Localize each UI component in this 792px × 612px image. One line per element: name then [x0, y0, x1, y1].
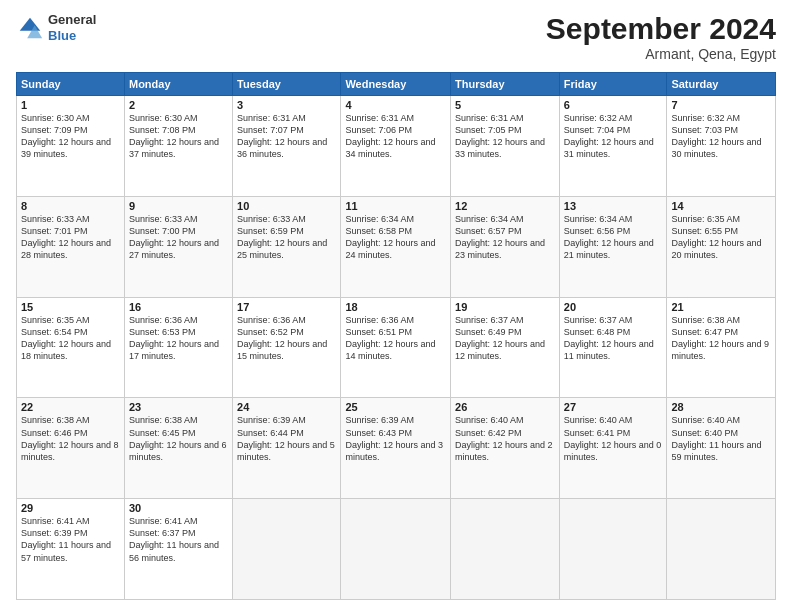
- svg-marker-0: [20, 17, 41, 30]
- day-number: 4: [345, 99, 446, 111]
- day-number: 13: [564, 200, 663, 212]
- calendar-cell: [341, 499, 451, 600]
- calendar-cell: 8Sunrise: 6:33 AMSunset: 7:01 PMDaylight…: [17, 196, 125, 297]
- calendar-cell: 23Sunrise: 6:38 AMSunset: 6:45 PMDayligh…: [124, 398, 232, 499]
- day-number: 22: [21, 401, 120, 413]
- week-row-3: 15Sunrise: 6:35 AMSunset: 6:54 PMDayligh…: [17, 297, 776, 398]
- day-number: 2: [129, 99, 228, 111]
- day-info: Sunrise: 6:34 AMSunset: 6:57 PMDaylight:…: [455, 214, 545, 260]
- day-info: Sunrise: 6:33 AMSunset: 7:00 PMDaylight:…: [129, 214, 219, 260]
- day-number: 20: [564, 301, 663, 313]
- calendar-cell: 22Sunrise: 6:38 AMSunset: 6:46 PMDayligh…: [17, 398, 125, 499]
- day-info: Sunrise: 6:38 AMSunset: 6:47 PMDaylight:…: [671, 315, 769, 361]
- day-info: Sunrise: 6:36 AMSunset: 6:51 PMDaylight:…: [345, 315, 435, 361]
- day-number: 23: [129, 401, 228, 413]
- day-number: 28: [671, 401, 771, 413]
- day-info: Sunrise: 6:40 AMSunset: 6:40 PMDaylight:…: [671, 415, 761, 461]
- calendar-cell: 19Sunrise: 6:37 AMSunset: 6:49 PMDayligh…: [451, 297, 560, 398]
- calendar-cell: 10Sunrise: 6:33 AMSunset: 6:59 PMDayligh…: [233, 196, 341, 297]
- day-number: 25: [345, 401, 446, 413]
- day-number: 10: [237, 200, 336, 212]
- weekday-header-tuesday: Tuesday: [233, 73, 341, 96]
- day-number: 8: [21, 200, 120, 212]
- calendar-cell: [667, 499, 776, 600]
- calendar-cell: 6Sunrise: 6:32 AMSunset: 7:04 PMDaylight…: [559, 96, 667, 197]
- calendar-cell: 30Sunrise: 6:41 AMSunset: 6:37 PMDayligh…: [124, 499, 232, 600]
- day-info: Sunrise: 6:34 AMSunset: 6:58 PMDaylight:…: [345, 214, 435, 260]
- logo-blue: Blue: [48, 28, 76, 43]
- day-info: Sunrise: 6:30 AMSunset: 7:09 PMDaylight:…: [21, 113, 111, 159]
- day-number: 30: [129, 502, 228, 514]
- month-title: September 2024: [546, 12, 776, 46]
- calendar-cell: 17Sunrise: 6:36 AMSunset: 6:52 PMDayligh…: [233, 297, 341, 398]
- header: General Blue September 2024 Armant, Qena…: [16, 12, 776, 62]
- calendar-cell: 24Sunrise: 6:39 AMSunset: 6:44 PMDayligh…: [233, 398, 341, 499]
- day-info: Sunrise: 6:34 AMSunset: 6:56 PMDaylight:…: [564, 214, 654, 260]
- page: General Blue September 2024 Armant, Qena…: [0, 0, 792, 612]
- calendar-cell: 25Sunrise: 6:39 AMSunset: 6:43 PMDayligh…: [341, 398, 451, 499]
- day-info: Sunrise: 6:39 AMSunset: 6:43 PMDaylight:…: [345, 415, 443, 461]
- day-info: Sunrise: 6:31 AMSunset: 7:07 PMDaylight:…: [237, 113, 327, 159]
- weekday-header-saturday: Saturday: [667, 73, 776, 96]
- calendar-cell: [451, 499, 560, 600]
- logo: General Blue: [16, 12, 96, 43]
- day-number: 15: [21, 301, 120, 313]
- day-info: Sunrise: 6:37 AMSunset: 6:48 PMDaylight:…: [564, 315, 654, 361]
- day-info: Sunrise: 6:40 AMSunset: 6:42 PMDaylight:…: [455, 415, 553, 461]
- day-number: 5: [455, 99, 555, 111]
- calendar-cell: 14Sunrise: 6:35 AMSunset: 6:55 PMDayligh…: [667, 196, 776, 297]
- day-number: 1: [21, 99, 120, 111]
- calendar-cell: 5Sunrise: 6:31 AMSunset: 7:05 PMDaylight…: [451, 96, 560, 197]
- weekday-header-wednesday: Wednesday: [341, 73, 451, 96]
- day-info: Sunrise: 6:30 AMSunset: 7:08 PMDaylight:…: [129, 113, 219, 159]
- calendar-cell: 29Sunrise: 6:41 AMSunset: 6:39 PMDayligh…: [17, 499, 125, 600]
- calendar-cell: 9Sunrise: 6:33 AMSunset: 7:00 PMDaylight…: [124, 196, 232, 297]
- calendar-cell: 20Sunrise: 6:37 AMSunset: 6:48 PMDayligh…: [559, 297, 667, 398]
- day-info: Sunrise: 6:41 AMSunset: 6:37 PMDaylight:…: [129, 516, 219, 562]
- logo-icon: [16, 14, 44, 42]
- calendar-cell: [233, 499, 341, 600]
- weekday-header-friday: Friday: [559, 73, 667, 96]
- logo-general: General: [48, 12, 96, 27]
- weekday-header-sunday: Sunday: [17, 73, 125, 96]
- day-info: Sunrise: 6:38 AMSunset: 6:46 PMDaylight:…: [21, 415, 119, 461]
- day-number: 19: [455, 301, 555, 313]
- week-row-2: 8Sunrise: 6:33 AMSunset: 7:01 PMDaylight…: [17, 196, 776, 297]
- calendar-cell: 1Sunrise: 6:30 AMSunset: 7:09 PMDaylight…: [17, 96, 125, 197]
- day-number: 9: [129, 200, 228, 212]
- week-row-4: 22Sunrise: 6:38 AMSunset: 6:46 PMDayligh…: [17, 398, 776, 499]
- calendar-cell: 21Sunrise: 6:38 AMSunset: 6:47 PMDayligh…: [667, 297, 776, 398]
- calendar-cell: [559, 499, 667, 600]
- day-info: Sunrise: 6:32 AMSunset: 7:04 PMDaylight:…: [564, 113, 654, 159]
- calendar-table: SundayMondayTuesdayWednesdayThursdayFrid…: [16, 72, 776, 600]
- calendar-cell: 27Sunrise: 6:40 AMSunset: 6:41 PMDayligh…: [559, 398, 667, 499]
- weekday-header-row: SundayMondayTuesdayWednesdayThursdayFrid…: [17, 73, 776, 96]
- day-info: Sunrise: 6:33 AMSunset: 6:59 PMDaylight:…: [237, 214, 327, 260]
- day-number: 16: [129, 301, 228, 313]
- title-block: September 2024 Armant, Qena, Egypt: [546, 12, 776, 62]
- day-info: Sunrise: 6:41 AMSunset: 6:39 PMDaylight:…: [21, 516, 111, 562]
- day-info: Sunrise: 6:40 AMSunset: 6:41 PMDaylight:…: [564, 415, 662, 461]
- day-info: Sunrise: 6:36 AMSunset: 6:53 PMDaylight:…: [129, 315, 219, 361]
- day-number: 14: [671, 200, 771, 212]
- day-info: Sunrise: 6:39 AMSunset: 6:44 PMDaylight:…: [237, 415, 335, 461]
- day-info: Sunrise: 6:36 AMSunset: 6:52 PMDaylight:…: [237, 315, 327, 361]
- calendar-cell: 15Sunrise: 6:35 AMSunset: 6:54 PMDayligh…: [17, 297, 125, 398]
- calendar-cell: 2Sunrise: 6:30 AMSunset: 7:08 PMDaylight…: [124, 96, 232, 197]
- calendar-cell: 28Sunrise: 6:40 AMSunset: 6:40 PMDayligh…: [667, 398, 776, 499]
- calendar-cell: 16Sunrise: 6:36 AMSunset: 6:53 PMDayligh…: [124, 297, 232, 398]
- weekday-header-monday: Monday: [124, 73, 232, 96]
- day-info: Sunrise: 6:35 AMSunset: 6:55 PMDaylight:…: [671, 214, 761, 260]
- calendar-cell: 11Sunrise: 6:34 AMSunset: 6:58 PMDayligh…: [341, 196, 451, 297]
- day-number: 11: [345, 200, 446, 212]
- logo-text: General Blue: [48, 12, 96, 43]
- day-number: 12: [455, 200, 555, 212]
- location: Armant, Qena, Egypt: [546, 46, 776, 62]
- day-info: Sunrise: 6:31 AMSunset: 7:06 PMDaylight:…: [345, 113, 435, 159]
- day-info: Sunrise: 6:38 AMSunset: 6:45 PMDaylight:…: [129, 415, 227, 461]
- calendar-cell: 26Sunrise: 6:40 AMSunset: 6:42 PMDayligh…: [451, 398, 560, 499]
- day-number: 3: [237, 99, 336, 111]
- day-number: 18: [345, 301, 446, 313]
- day-number: 21: [671, 301, 771, 313]
- day-number: 17: [237, 301, 336, 313]
